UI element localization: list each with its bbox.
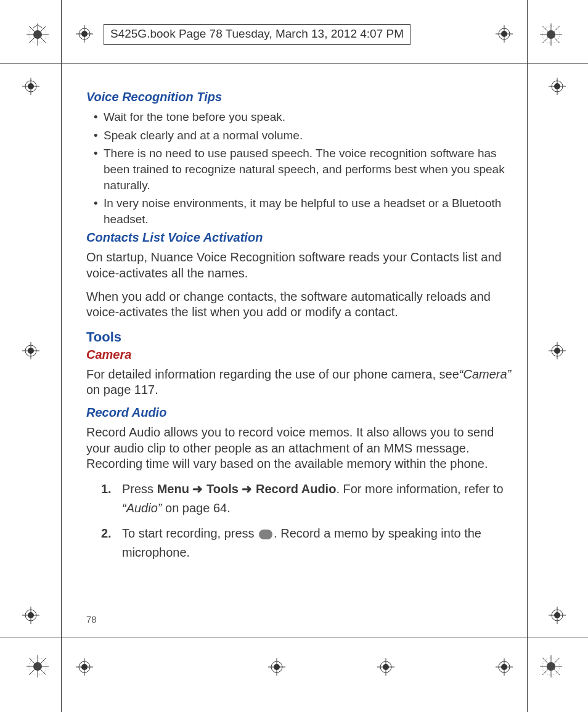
text: To start recording, press <box>122 526 258 540</box>
voice-tips-list: Wait for the tone before you speak. Spea… <box>86 109 512 227</box>
registration-mark-icon <box>76 658 93 676</box>
paragraph: For detailed information regarding the u… <box>86 367 512 398</box>
text: For detailed information regarding the u… <box>86 367 459 381</box>
heading-camera: Camera <box>86 348 512 362</box>
menu-label: Menu <box>157 482 189 496</box>
menu-label: Tools <box>206 482 239 496</box>
heading-voice-tips: Voice Recognition Tips <box>86 90 512 104</box>
registration-mark-icon <box>496 658 513 676</box>
registration-mark-icon <box>22 342 39 359</box>
crop-line-left <box>61 0 62 712</box>
step-number: 2. <box>101 524 112 543</box>
step-item: 2. To start recording, press . Record a … <box>101 524 512 562</box>
printer-mark-icon <box>27 23 49 46</box>
registration-mark-icon <box>549 342 566 359</box>
list-item: Wait for the tone before you speak. <box>86 109 512 125</box>
printer-mark-icon <box>540 655 562 677</box>
registration-mark-icon <box>268 658 285 676</box>
paragraph: On startup, Nuance Voice Recognition sof… <box>86 250 512 281</box>
crop-line-bottom <box>0 637 588 637</box>
paragraph: When you add or change contacts, the sof… <box>86 289 512 321</box>
text: . For more information, refer to <box>336 482 503 496</box>
reference-link: “Audio” <box>122 501 161 515</box>
registration-mark-icon <box>377 658 394 676</box>
text: Press <box>122 482 157 496</box>
step-item: 1. Press Menu ➜ Tools ➜ Record Audio. Fo… <box>101 480 512 518</box>
svg-line-6 <box>33 25 38 28</box>
printer-mark-icon <box>27 655 49 677</box>
list-item: Speak clearly and at a normal volume. <box>86 128 512 144</box>
printer-mark-icon <box>540 23 562 46</box>
text: on page 117. <box>86 383 158 396</box>
page-content: Voice Recognition Tips Wait for the tone… <box>86 90 512 568</box>
steps-list: 1. Press Menu ➜ Tools ➜ Record Audio. Fo… <box>101 480 512 562</box>
svg-line-5 <box>38 25 43 28</box>
text: on page 64. <box>161 501 230 515</box>
paragraph: Record Audio allows you to record voice … <box>86 425 512 472</box>
step-number: 1. <box>101 480 112 499</box>
reference-link: “Camera” <box>459 367 511 381</box>
list-item: In very noise environments, it may be he… <box>86 195 512 227</box>
button-icon <box>259 530 272 539</box>
registration-mark-icon <box>76 25 93 43</box>
registration-mark-icon <box>549 78 566 95</box>
document-header: S425G.book Page 78 Tuesday, March 13, 20… <box>104 24 410 45</box>
heading-contacts: Contacts List Voice Activation <box>86 231 512 245</box>
crop-line-top <box>0 63 588 64</box>
crop-line-right <box>527 0 528 712</box>
arrow-icon: ➜ <box>189 482 206 496</box>
registration-mark-icon <box>22 607 39 624</box>
registration-mark-icon <box>496 25 513 43</box>
heading-tools: Tools <box>86 329 512 345</box>
heading-record-audio: Record Audio <box>86 406 512 420</box>
page-number: 78 <box>86 614 97 624</box>
list-item: There is no need to use paused speech. T… <box>86 145 512 193</box>
registration-mark-icon <box>22 78 39 95</box>
registration-mark-icon <box>549 607 566 624</box>
menu-label: Record Audio <box>256 482 336 496</box>
arrow-icon: ➜ <box>239 482 256 496</box>
